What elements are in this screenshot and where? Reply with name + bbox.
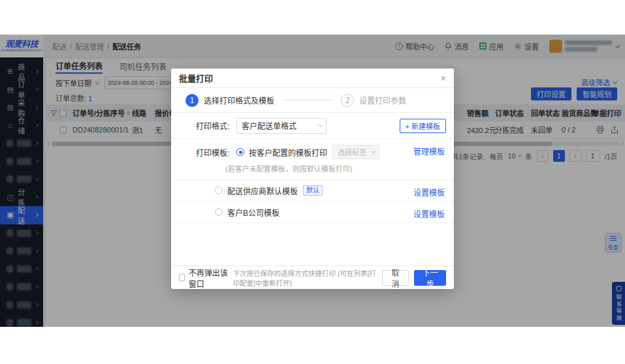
default-badge: 默认 bbox=[303, 185, 323, 196]
batch-print-modal: 批量打印 × 1 选择打印格式及模板 2 设置打印参数 打印格式: 客户配送单格… bbox=[171, 68, 454, 289]
option-label[interactable]: 客户B公司模板 bbox=[227, 207, 280, 218]
next-step-button[interactable]: 下一步 bbox=[414, 270, 446, 286]
template-hint: (若客户未配置模板，则按默认模板打印) bbox=[225, 163, 454, 174]
step-2-label: 设置打印参数 bbox=[359, 95, 406, 106]
tag-select-disabled[interactable]: 选择标签 bbox=[332, 145, 379, 159]
customer-b-template-row: 客户B公司模板 设置模板 bbox=[171, 202, 454, 223]
print-template-label: 打印模板: bbox=[196, 147, 236, 158]
print-format-value: 客户配送单格式 bbox=[242, 120, 296, 131]
dont-show-again-label[interactable]: 不再弹出该窗口 bbox=[189, 267, 229, 289]
print-format-row: 打印格式: 客户配送单格式 + 新建模板 bbox=[171, 113, 454, 139]
footer-hint: 下次按已保存的选择方式快捷打印 (可在列表[打印配置]中重新打开) bbox=[233, 268, 382, 288]
modal-header: 批量打印 × bbox=[171, 68, 454, 88]
set-template-link[interactable]: 设置模板 bbox=[413, 208, 445, 219]
supplier-default-template-row: 配送供应商默认模板 默认 设置模板 bbox=[171, 180, 454, 202]
option-label[interactable]: 按客户配置的模板打印 bbox=[249, 147, 327, 158]
print-format-select[interactable]: 客户配送单格式 bbox=[236, 118, 327, 134]
manage-templates-link[interactable]: 管理模板 bbox=[413, 145, 445, 157]
step-2-circle: 2 bbox=[341, 94, 354, 107]
chevron-down-icon bbox=[371, 149, 376, 153]
set-template-link[interactable]: 设置模板 bbox=[413, 187, 445, 198]
modal-title: 批量打印 bbox=[179, 72, 213, 84]
print-template-row: 打印模板: 按客户配置的模板打印 选择标签 (若客户未配置模板，则按默认模板打印… bbox=[171, 139, 454, 180]
cancel-button[interactable]: 取消 bbox=[382, 270, 409, 286]
step-1-circle: 1 bbox=[185, 94, 199, 107]
chevron-down-icon bbox=[318, 123, 323, 127]
close-icon[interactable]: × bbox=[441, 74, 446, 83]
dont-show-again-checkbox[interactable] bbox=[179, 274, 185, 281]
step-1-label: 选择打印格式及模板 bbox=[204, 95, 274, 106]
option-label[interactable]: 配送供应商默认模板 bbox=[227, 185, 298, 196]
new-template-button[interactable]: + 新建模板 bbox=[400, 119, 446, 133]
step-indicator: 1 选择打印格式及模板 2 设置打印参数 bbox=[171, 88, 454, 113]
radio-customer-template[interactable] bbox=[236, 148, 244, 156]
page: 配送 / 配送管理 / 配送任务 ? 帮助中心 消息 bbox=[0, 0, 625, 364]
step-connector bbox=[282, 100, 333, 100]
print-format-label: 打印格式: bbox=[196, 120, 236, 131]
radio-supplier-default[interactable] bbox=[215, 187, 223, 194]
tag-select-placeholder: 选择标签 bbox=[338, 147, 366, 157]
modal-footer: 不再弹出该窗口 下次按已保存的选择方式快捷打印 (可在列表[打印配置]中重新打开… bbox=[171, 265, 454, 289]
radio-customer-b[interactable] bbox=[215, 208, 223, 216]
